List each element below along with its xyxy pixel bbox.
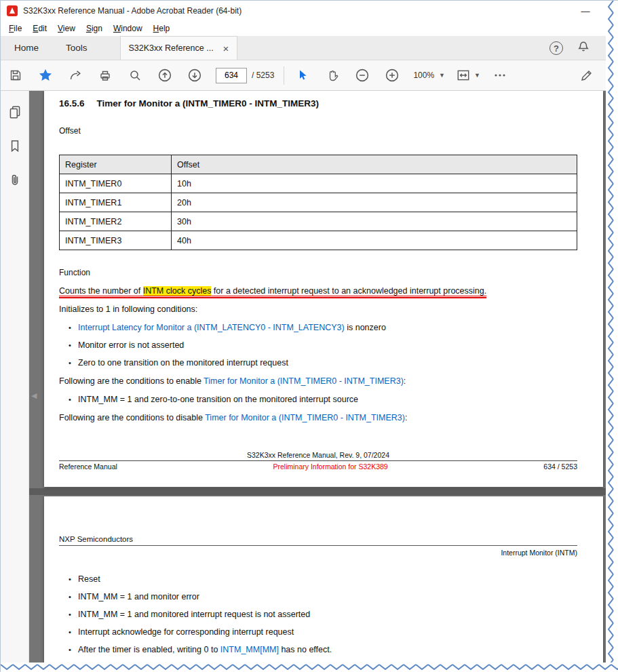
register-cell: INTM_TIMER3 <box>60 231 172 250</box>
bullet-icon: • <box>69 609 78 620</box>
register-cell: INTM_TIMER0 <box>60 174 172 193</box>
bookmarks-icon[interactable] <box>7 138 22 156</box>
hand-tool-button[interactable] <box>324 66 341 84</box>
intm-latency-link[interactable]: Interrupt Latency for Monitor a (INTM_LA… <box>78 323 345 332</box>
navigation-rail <box>1 91 29 672</box>
offset-cell: 40h <box>172 231 577 250</box>
page-footer: S32K3xx Reference Manual, Rev. 9, 07/202… <box>59 451 577 471</box>
menu-file[interactable]: File <box>3 22 27 35</box>
page-display-dropdown[interactable]: ▼ <box>456 68 480 83</box>
menu-window[interactable]: Window <box>108 22 148 35</box>
bullet-icon: • <box>69 644 78 655</box>
page-header: NXP Semiconductors Interrupt Monitor (IN… <box>59 496 577 557</box>
next-page-button[interactable] <box>186 66 204 84</box>
disable-conditions-line: Following are the conditions to disable … <box>59 412 577 423</box>
list-item: • Zero to one transition on the monitore… <box>69 357 577 368</box>
favorites-star-icon[interactable] <box>37 66 54 84</box>
chevron-down-icon: ▼ <box>439 72 445 79</box>
select-tool-button[interactable] <box>294 66 311 84</box>
init-conditions-list: • Interrupt Latency for Monitor a (INTM_… <box>59 322 577 368</box>
table-row: INTM_TIMER340h <box>60 231 577 250</box>
line-post: : <box>405 413 407 422</box>
bullet-icon: • <box>69 627 78 637</box>
intm-timer-link[interactable]: Timer for Monitor a (INTM_TIMER0 - INTM_… <box>205 413 405 422</box>
document-viewport[interactable]: 16.5.6 Timer for Monitor a (INTM_TIMER0 … <box>29 91 618 672</box>
notifications-bell-icon[interactable] <box>577 40 590 56</box>
enable-conditions-line: Following are the conditions to enable T… <box>59 376 577 387</box>
help-icon[interactable]: ? <box>549 41 563 55</box>
list-item: • INTM_MM = 1 and zero-to-one transition… <box>69 394 577 405</box>
section-number: 16.5.6 <box>59 98 85 108</box>
bullet-text: INTM_MM = 1 and zero-to-one transition o… <box>78 394 358 405</box>
bullet-icon: • <box>69 322 78 333</box>
menu-bar: File Edit View Sign Window Help <box>1 21 618 36</box>
section-heading: 16.5.6 Timer for Monitor a (INTM_TIMER0 … <box>59 91 577 108</box>
zoom-level-dropdown[interactable]: 100% ▼ <box>413 71 445 80</box>
offset-cell: 30h <box>172 212 577 231</box>
line-pre: Following are the conditions to enable <box>59 376 204 386</box>
window-title: S32K3xx Reference Manual - Adobe Acrobat… <box>23 6 242 16</box>
function-description: Counts the number of INTM clock cycles f… <box>59 285 577 297</box>
more-tools-ellipsis-icon[interactable] <box>491 66 509 84</box>
line-post: : <box>404 376 406 386</box>
print-button[interactable] <box>96 66 114 84</box>
sentence-pre: Counts the number of <box>59 286 143 296</box>
footer-rule <box>59 460 577 461</box>
search-icon[interactable] <box>126 66 144 84</box>
footer-preliminary: Preliminary Information for S32K389 <box>273 462 387 471</box>
section-title: Timer for Monitor a (INTM_TIMER0 - INTM_… <box>97 98 320 108</box>
previous-page-button[interactable] <box>156 66 174 84</box>
list-item: • Reset <box>69 574 577 585</box>
close-tab-icon[interactable]: × <box>223 43 229 54</box>
zoom-in-button[interactable] <box>383 66 401 84</box>
menu-sign[interactable]: Sign <box>81 22 108 35</box>
intm-timer-link[interactable]: Timer for Monitor a (INTM_TIMER0 - INTM_… <box>204 376 404 386</box>
tab-tools[interactable]: Tools <box>52 36 101 60</box>
footer-manual-rev: S32K3xx Reference Manual, Rev. 9, 07/202… <box>59 451 577 459</box>
minimize-button[interactable]: — <box>574 1 597 21</box>
intm-mm-field-link[interactable]: INTM_MM[MM] <box>220 645 279 654</box>
bullet-text: INTM_MM = 1 and monitor error <box>78 591 199 602</box>
list-item: • Monitor error is not asserted <box>69 340 577 351</box>
main-toolbar: / 5253 100% ▼ <box>1 60 618 91</box>
menu-help[interactable]: Help <box>148 22 176 35</box>
offset-cell: 20h <box>172 193 577 212</box>
fill-sign-pen-icon[interactable] <box>578 66 596 84</box>
menu-view[interactable]: View <box>52 22 81 35</box>
bullet-icon: • <box>69 394 78 405</box>
table-row: INTM_TIMER120h <box>60 193 577 212</box>
tab-document[interactable]: S32K3xx Reference ... × <box>120 36 238 60</box>
enable-conditions-list: • INTM_MM = 1 and zero-to-one transition… <box>59 394 577 405</box>
header-chapter: Interrupt Monitor (INTM) <box>59 549 577 557</box>
bullet-text: has no effect. <box>279 645 332 654</box>
table-row: INTM_TIMER010h <box>60 174 577 193</box>
list-item: • After the timer is enabled, writing 0 … <box>69 644 577 655</box>
init-conditions-line: Initializes to 1 in following conditions… <box>59 304 577 315</box>
page-number-input[interactable] <box>216 68 247 83</box>
tab-document-label: S32K3xx Reference ... <box>129 43 214 53</box>
zoom-out-button[interactable] <box>353 66 371 84</box>
offset-label: Offset <box>59 126 577 136</box>
save-button[interactable] <box>7 66 24 84</box>
torn-edge-right <box>606 1 618 672</box>
tab-home[interactable]: Home <box>1 36 52 60</box>
share-button[interactable] <box>66 66 84 84</box>
disable-conditions-list-continued: • Reset • INTM_MM = 1 and monitor error … <box>59 574 577 655</box>
tab-bar: Home Tools S32K3xx Reference ... × ? <box>1 36 618 60</box>
bullet-text: After the timer is enabled, writing 0 to <box>78 645 220 654</box>
offset-table: Register Offset INTM_TIMER010h INTM_TIME… <box>59 155 577 250</box>
list-item: • Interrupt Latency for Monitor a (INTM_… <box>69 322 577 333</box>
page-thumbnails-icon[interactable] <box>7 104 22 122</box>
column-header-register: Register <box>60 155 172 174</box>
collapse-panel-arrow[interactable]: ◀ <box>31 391 37 400</box>
bullet-text: Zero to one transition on the monitored … <box>78 357 288 368</box>
acrobat-window: S32K3xx Reference Manual - Adobe Acrobat… <box>0 0 618 672</box>
list-item: • Interrupt acknowledge for correspondin… <box>69 627 577 637</box>
line-pre: Following are the conditions to disable <box>59 413 205 422</box>
footer-page-number: 634 / 5253 <box>543 462 577 471</box>
table-header-row: Register Offset <box>60 155 577 174</box>
chevron-down-icon: ▼ <box>474 72 480 79</box>
pdf-page-634: 16.5.6 Timer for Monitor a (INTM_TIMER0 … <box>44 91 603 487</box>
menu-edit[interactable]: Edit <box>27 22 52 35</box>
attachments-paperclip-icon[interactable] <box>7 172 22 190</box>
